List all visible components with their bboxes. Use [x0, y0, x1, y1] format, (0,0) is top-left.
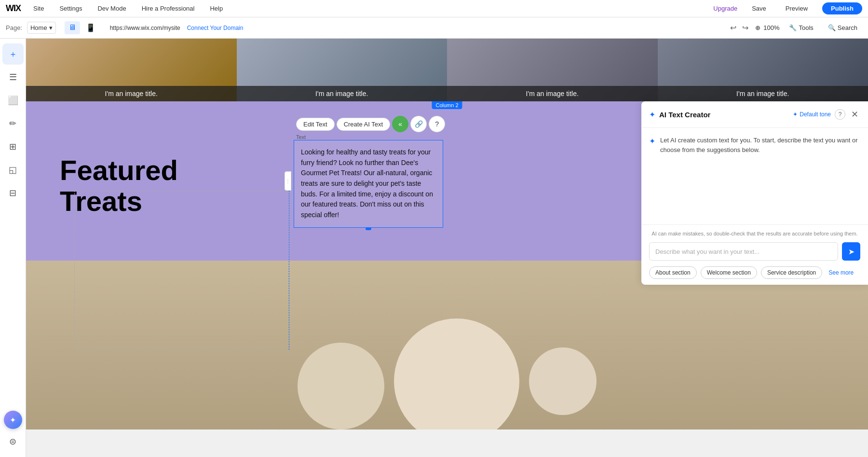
pages-icon: ⬜: [8, 95, 18, 106]
publish-button[interactable]: Publish: [822, 2, 862, 14]
zoom-level: 100%: [763, 24, 779, 31]
mobile-icon[interactable]: 📱: [82, 21, 99, 34]
apps-icon: ⊞: [9, 141, 16, 152]
orb-right: [529, 347, 597, 415]
search-button[interactable]: 🔍 Search: [823, 22, 862, 33]
menu-icon: ☰: [9, 72, 17, 83]
tools-label: Tools: [799, 24, 813, 31]
text-label-badge: Text: [296, 134, 306, 140]
chevron-down-icon: ▾: [49, 24, 53, 31]
drag-icon: ⋮: [285, 179, 290, 184]
featured-title-line2: Treats: [60, 185, 142, 217]
create-ai-text-button[interactable]: Create AI Text: [337, 118, 390, 131]
ai-icon-button[interactable]: «: [392, 116, 408, 132]
ai-assistant-button[interactable]: ✦: [4, 411, 22, 429]
zoom-icon: ⊕: [755, 24, 760, 31]
gallery-item-2[interactable]: I'm an image title.: [237, 39, 448, 101]
featured-title: Featured Treats: [60, 155, 272, 217]
ai-tone-selector[interactable]: ✦ Default tone: [793, 111, 831, 118]
page-label: Page:: [6, 24, 22, 31]
redo-button[interactable]: ↪: [740, 21, 750, 34]
gallery-item-1[interactable]: I'm an image title.: [26, 39, 237, 101]
tools-button[interactable]: 🔧 Tools: [784, 22, 818, 33]
ai-star-icon: ✦: [10, 415, 16, 425]
ai-text-input[interactable]: [649, 242, 838, 261]
double-left-icon: «: [398, 120, 402, 128]
gallery-strip: I'm an image title. I'm an image title. …: [26, 39, 868, 101]
orb-left: [298, 343, 384, 429]
featured-left-column: Featured Treats: [26, 101, 291, 261]
ai-panel-header: ✦ AI Text Creator ✦ Default tone ? ✕: [641, 101, 868, 128]
ai-suggestion-text: Let AI create custom text for you. To st…: [660, 136, 860, 154]
tone-label: Default tone: [800, 111, 831, 118]
device-switcher: 🖥 📱: [65, 21, 99, 34]
chip-welcome-section[interactable]: Welcome section: [701, 266, 757, 279]
gallery-caption-2: I'm an image title.: [237, 86, 448, 101]
search-label: Search: [838, 24, 857, 31]
connect-domain-link[interactable]: Connect Your Domain: [187, 25, 244, 31]
featured-title-line1: Featured: [60, 154, 178, 186]
ai-help-button[interactable]: ?: [835, 109, 845, 120]
help-icon-button[interactable]: ?: [429, 116, 445, 132]
sandy-section: [26, 261, 868, 429]
tools-icon: 🔧: [789, 24, 797, 31]
undo-button[interactable]: ↩: [728, 21, 738, 34]
sandy-orbs: [278, 261, 616, 429]
sidebar-add[interactable]: ＋: [2, 43, 24, 65]
nav-help[interactable]: Help: [207, 3, 226, 14]
nav-devmode[interactable]: Dev Mode: [95, 3, 129, 14]
nav-site[interactable]: Site: [30, 3, 47, 14]
resize-handle[interactable]: [366, 227, 371, 230]
left-sidebar: ＋ ☰ ⬜ ✏ ⊞ ◱ ⊟ ✦ ⊜: [0, 39, 26, 457]
ai-text-creator-panel: ✦ AI Text Creator ✦ Default tone ? ✕ ✦ L…: [641, 101, 868, 285]
sidebar-pages[interactable]: ⬜: [2, 90, 24, 111]
page-selector[interactable]: Home ▾: [27, 22, 56, 34]
ai-panel-star-icon: ✦: [649, 110, 655, 119]
page-name: Home: [30, 24, 47, 31]
ai-panel-footer: AI can make mistakes, so double-check th…: [641, 224, 868, 285]
edit-text-button[interactable]: Edit Text: [296, 118, 335, 131]
text-content-box[interactable]: Looking for healthy and tasty treats for…: [294, 140, 443, 228]
sidebar-layers-bottom[interactable]: ⊜: [2, 431, 24, 452]
gallery-item-3[interactable]: I'm an image title.: [447, 39, 658, 101]
gallery-caption-4: I'm an image title.: [658, 86, 868, 101]
editor-toolbar: Page: Home ▾ 🖥 📱 https://www.wix.com/mys…: [0, 17, 868, 39]
link-icon-button[interactable]: 🔗: [410, 116, 427, 132]
add-icon: ＋: [9, 48, 17, 60]
sidebar-apps[interactable]: ⊞: [2, 136, 24, 157]
sidebar-menu[interactable]: ☰: [2, 67, 24, 88]
nav-settings[interactable]: Settings: [56, 3, 85, 14]
undo-redo-controls: ↩ ↪: [728, 21, 750, 34]
save-button[interactable]: Save: [747, 3, 771, 14]
featured-section: Column 2 Section: Promotion Featured Tre…: [26, 101, 868, 261]
column-label: Column 2: [432, 101, 462, 109]
url-display: https://www.wix.com/mysite: [110, 25, 180, 31]
link-icon: 🔗: [415, 120, 423, 128]
see-more-link[interactable]: See more: [826, 267, 856, 278]
chip-service-description[interactable]: Service description: [761, 266, 822, 279]
orb-center: [394, 319, 519, 429]
ai-panel-body: ✦ Let AI create custom text for you. To …: [641, 128, 868, 224]
sidebar-widgets[interactable]: ◱: [2, 159, 24, 180]
ai-close-button[interactable]: ✕: [849, 108, 860, 121]
preview-button[interactable]: Preview: [781, 3, 813, 14]
desktop-icon[interactable]: 🖥: [65, 21, 80, 34]
gallery-caption-3: I'm an image title.: [447, 86, 658, 101]
nav-hire[interactable]: Hire a Professional: [139, 3, 198, 14]
ai-send-button[interactable]: ➤: [842, 242, 860, 261]
sidebar-design[interactable]: ✏: [2, 113, 24, 134]
column-drag-handle[interactable]: ⋮: [285, 171, 291, 191]
gallery-item-4[interactable]: I'm an image title.: [658, 39, 868, 101]
sidebar-layers[interactable]: ⊟: [2, 182, 24, 204]
ai-disclaimer-text: AI can make mistakes, so double-check th…: [649, 231, 860, 236]
text-content: Looking for healthy and tasty treats for…: [301, 148, 433, 219]
ai-suggestion-area: ✦ Let AI create custom text for you. To …: [649, 136, 860, 154]
zoom-control[interactable]: ⊕ 100%: [755, 24, 779, 31]
chip-about-section[interactable]: About section: [649, 266, 697, 279]
question-icon: ?: [435, 120, 439, 128]
top-navbar: WIX Site Settings Dev Mode Hire a Profes…: [0, 0, 868, 17]
layers-bottom-icon: ⊜: [9, 436, 16, 447]
ai-body-star-icon: ✦: [649, 137, 655, 146]
design-icon: ✏: [9, 118, 16, 129]
upgrade-button[interactable]: Upgrade: [713, 5, 737, 12]
